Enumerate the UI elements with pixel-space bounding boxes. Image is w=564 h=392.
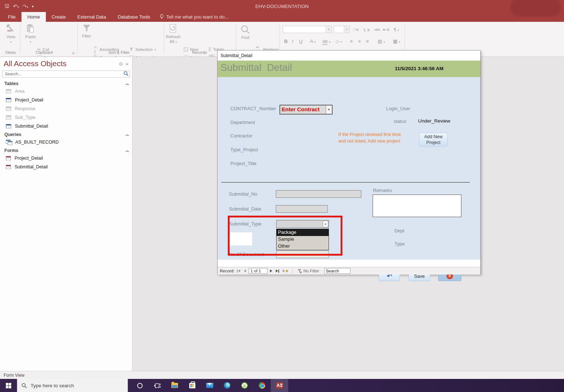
paste-button[interactable]: Paste▾: [22, 24, 39, 44]
table-icon: [6, 107, 11, 111]
section-queries[interactable]: Queries︽: [0, 131, 132, 138]
paragraph-direction-icon[interactable]: ¶ ▾: [394, 27, 399, 32]
underline-button[interactable]: U: [299, 39, 302, 44]
gridlines-button[interactable]: ▨ ▾: [378, 39, 385, 44]
find-button[interactable]: Find: [237, 25, 254, 40]
bullets-icon[interactable]: ∷≡: [353, 27, 359, 32]
file-explorer-icon[interactable]: [166, 379, 183, 392]
no-filter-indicator[interactable]: No Filter: [297, 269, 319, 273]
dept-label: Dept: [394, 228, 404, 233]
collapse-icon[interactable]: ︽: [126, 81, 128, 86]
sidebar-item-submittal-detail-form[interactable]: Submittal_Detail: [0, 163, 132, 171]
search-icon: [21, 383, 27, 388]
chrome-icon[interactable]: [253, 379, 271, 392]
filter-x-icon: [297, 269, 302, 273]
collapse-icon[interactable]: ︽: [126, 132, 128, 137]
tab-create[interactable]: Create: [46, 12, 72, 22]
form-icon: [6, 156, 11, 160]
align-center-icon[interactable]: ≡: [358, 39, 361, 44]
task-view-icon[interactable]: [148, 379, 166, 392]
table-icon: [6, 124, 11, 128]
tab-database-tools[interactable]: Database Tools: [112, 12, 156, 22]
contract-number-combobox[interactable]: Enter Contract ▾: [279, 105, 333, 115]
italic-button[interactable]: I: [292, 39, 293, 44]
alternate-row-color-button[interactable]: ▦ ▾: [393, 39, 400, 44]
access-taskbar-icon[interactable]: A: [271, 379, 288, 392]
numbering-icon[interactable]: ⒈≡: [362, 27, 370, 33]
search-icon: [123, 71, 128, 76]
totals-sigma-icon: Σ: [208, 47, 211, 52]
last-record-button[interactable]: [275, 269, 280, 273]
sidebar-item-sub-type[interactable]: Sub_Type: [0, 113, 132, 122]
section-forms[interactable]: Forms︽: [0, 147, 132, 154]
contract-number-label: CONTRACT_Number: [230, 106, 276, 111]
submittal-no-input[interactable]: [276, 190, 361, 198]
navigation-pane-title: All Access Objects: [4, 59, 116, 68]
font-name-combobox[interactable]: ▾: [283, 26, 331, 33]
fill-color-button[interactable]: ◇ ▾: [335, 39, 342, 44]
start-button[interactable]: [0, 379, 17, 392]
app-titlebar: 🖫 ↶▾ ↷▾ ▾ EHV-DOCUMENTATION File Home Cr…: [0, 0, 564, 22]
collapse-icon[interactable]: ︽: [126, 148, 128, 153]
decrease-indent-icon[interactable]: ⇤≡: [383, 27, 389, 32]
increase-indent-icon[interactable]: ⇥≡: [373, 27, 380, 32]
edge-icon[interactable]: [218, 379, 236, 392]
section-tables[interactable]: Tables︽: [0, 80, 132, 87]
utorrent-icon[interactable]: µ: [236, 379, 253, 392]
view-button[interactable]: View▾: [2, 24, 20, 44]
status-label: status: [394, 119, 406, 124]
project-title-label: Project_Title: [230, 161, 257, 166]
font-name-dropdown-icon[interactable]: ▾: [326, 26, 331, 33]
tab-home[interactable]: Home: [21, 12, 46, 22]
remarks-textarea[interactable]: [373, 195, 461, 217]
navigation-pane: All Access Objects ⊙ « Tables︽ Area Proj…: [0, 57, 132, 371]
filter-button[interactable]: Filter: [78, 24, 95, 39]
bold-button[interactable]: B: [284, 39, 287, 44]
tab-file[interactable]: File: [2, 12, 21, 22]
nav-search-input[interactable]: [2, 71, 130, 77]
sidebar-item-submittal-detail-table[interactable]: Submittal_Detail: [0, 122, 132, 131]
new-record-button[interactable]: ✱: [282, 269, 289, 273]
cortana-icon[interactable]: [131, 379, 148, 392]
font-size-dropdown-icon[interactable]: ▾: [344, 26, 349, 33]
tell-me-box[interactable]: Tell me what you want to do...: [156, 12, 232, 22]
align-right-icon[interactable]: ≡: [366, 39, 369, 44]
views-group-label: Views: [5, 50, 16, 55]
filter-icon: [82, 24, 91, 33]
form-window-titlebar[interactable]: Submittal_Detail: [218, 51, 480, 61]
sidebar-item-area[interactable]: Area: [0, 87, 132, 96]
form-body: CONTRACT_Number Login_User Department st…: [218, 77, 480, 260]
query-icon: [6, 140, 12, 144]
first-record-button[interactable]: [236, 269, 241, 273]
lightbulb-icon: [160, 14, 164, 20]
record-position-box[interactable]: 1 of 1: [249, 268, 267, 274]
chevron-down-icon[interactable]: ▾: [326, 105, 332, 114]
sidebar-item-project-detail-table[interactable]: Project_Detail: [0, 96, 132, 104]
previous-record-button[interactable]: [243, 269, 247, 272]
sort-ascending-icon: A↓Z: [94, 45, 98, 54]
clipboard-dialog-launcher-icon[interactable]: ⇲: [71, 51, 74, 55]
highlight-color-button[interactable]: ab ▾: [322, 39, 330, 44]
taskbar-search[interactable]: Type here to search: [17, 379, 128, 392]
align-left-icon[interactable]: ≡: [350, 39, 353, 44]
window-title: EHV-DOCUMENTATION: [0, 4, 564, 9]
store-icon[interactable]: [183, 379, 201, 392]
shutter-close-icon[interactable]: «: [126, 61, 128, 67]
form-icon: [6, 165, 11, 169]
add-new-project-button[interactable]: Add New Project: [419, 133, 448, 147]
sidebar-item-project-detail-form[interactable]: Project_Detail: [0, 154, 132, 163]
nav-pane-menu-icon[interactable]: ⊙: [119, 61, 123, 67]
next-record-button[interactable]: [269, 269, 273, 272]
sidebar-item-response[interactable]: Response: [0, 104, 132, 113]
refresh-all-button[interactable]: RefreshAll ▾: [164, 24, 182, 44]
font-size-combobox[interactable]: ▾: [334, 26, 350, 33]
red-annotation-rectangle: [228, 216, 342, 256]
mail-icon[interactable]: [201, 379, 218, 392]
sidebar-item-as-built-record[interactable]: AS_BUILT_RECORD: [0, 138, 132, 147]
font-color-button[interactable]: A ▾: [310, 39, 316, 44]
submittal-date-input[interactable]: [276, 205, 328, 213]
record-search-input[interactable]: [324, 268, 350, 274]
selection-button[interactable]: Selection▾: [129, 46, 156, 53]
tab-external-data[interactable]: External Data: [72, 12, 112, 22]
note-line-1: If the Project received first time: [338, 132, 401, 137]
